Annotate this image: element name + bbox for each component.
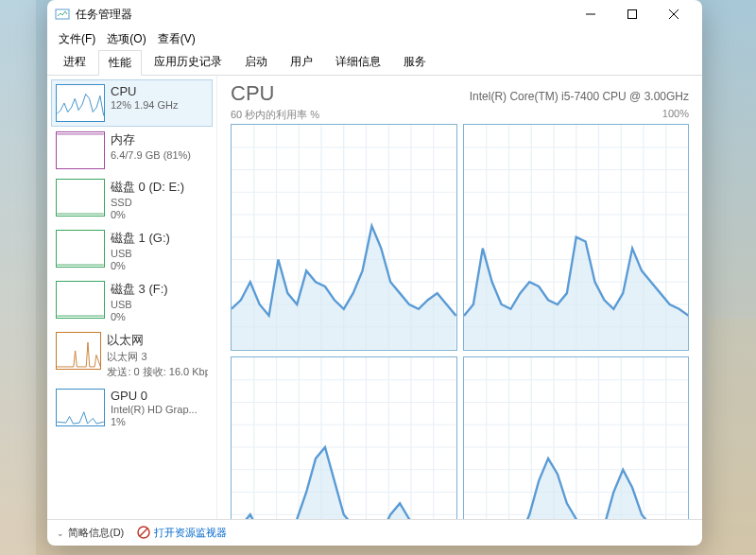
sidebar-item-CPU[interactable]: CPU12% 1.94 GHz [51,79,213,127]
tab-进程[interactable]: 进程 [53,49,96,75]
sidebar-item-line3: 0% [111,209,184,220]
app-icon [55,7,70,22]
tab-用户[interactable]: 用户 [280,49,323,75]
sidebar-thumbnail [56,389,105,426]
menu-item-1[interactable]: 选项(O) [103,29,149,49]
sidebar-item-磁盘 0 (D: E:)[interactable]: 磁盘 0 (D: E:)SSD0% [51,174,213,225]
sidebar-item-line2: USB [111,299,168,310]
cpu-model: Intel(R) Core(TM) i5-7400 CPU @ 3.00GHz [470,90,689,103]
minimize-button[interactable] [570,0,611,28]
sidebar-item-line2: USB [111,248,170,259]
tab-性能[interactable]: 性能 [98,50,142,76]
sidebar-item-磁盘 3 (F:)[interactable]: 磁盘 3 (F:)USB0% [51,276,213,327]
panel-title: CPU [231,81,274,106]
sidebar-item-line2: 12% 1.94 GHz [111,99,179,111]
cpu-core-graph-1 [463,124,690,351]
cpu-core-graphs [231,124,689,519]
maximize-button[interactable] [611,0,653,28]
sidebar-item-name: 磁盘 3 (F:) [111,281,168,298]
tab-服务[interactable]: 服务 [393,49,437,75]
graph-left-label: 60 秒内的利用率 % [231,108,319,122]
sidebar-item-以太网[interactable]: 以太网以太网 3发送: 0 接收: 16.0 Kbps [51,327,213,384]
sidebar-item-name: GPU 0 [111,389,198,403]
sidebar-thumbnail [56,131,105,169]
sidebar-item-line3: 发送: 0 接收: 16.0 Kbps [107,365,208,379]
sidebar-item-line3: 0% [111,260,170,271]
open-resource-monitor-link[interactable]: 打开资源监视器 [137,526,227,541]
titlebar[interactable]: 任务管理器 [47,0,702,28]
cpu-core-graph-2 [231,356,457,520]
performance-sidebar: CPU12% 1.94 GHz内存6.4/7.9 GB (81%)磁盘 0 (D… [47,76,217,519]
svg-line-78 [140,529,147,536]
chevron-down-icon: ⌄ [57,529,64,538]
cpu-core-graph-0 [231,124,457,351]
sidebar-thumbnail [56,84,105,122]
menubar: 文件(F)选项(O)查看(V) [47,28,702,49]
close-button[interactable] [653,0,695,28]
cpu-core-graph-3 [463,356,690,520]
sidebar-thumbnail [56,332,101,370]
sidebar-item-line2: SSD [111,197,184,208]
cpu-detail-panel: CPU Intel(R) Core(TM) i5-7400 CPU @ 3.00… [217,76,702,519]
window-title: 任务管理器 [76,7,570,23]
sidebar-item-磁盘 1 (G:)[interactable]: 磁盘 1 (G:)USB0% [51,225,213,276]
resource-monitor-icon [137,526,150,541]
sidebar-item-name: 内存 [111,131,191,148]
graph-right-label: 100% [662,108,689,122]
sidebar-item-GPU 0[interactable]: GPU 0Intel(R) HD Grap...1% [51,384,213,432]
tab-bar: 进程性能应用历史记录启动用户详细信息服务 [47,49,702,76]
sidebar-item-name: CPU [111,84,179,98]
sidebar-item-name: 磁盘 1 (G:) [111,230,170,247]
sidebar-item-name: 以太网 [107,332,208,349]
sidebar-item-line3: 1% [111,416,198,427]
sidebar-thumbnail [56,179,105,217]
tab-详细信息[interactable]: 详细信息 [325,49,391,75]
tab-应用历史记录[interactable]: 应用历史记录 [144,49,232,75]
footer-bar: ⌄ 简略信息(D) 打开资源监视器 [47,519,702,546]
tab-启动[interactable]: 启动 [234,49,278,75]
sidebar-item-name: 磁盘 0 (D: E:) [111,179,184,196]
sidebar-thumbnail [56,230,105,268]
task-manager-window: 任务管理器 文件(F)选项(O)查看(V) 进程性能应用历史记录启动用户详细信息… [47,0,702,546]
menu-item-0[interactable]: 文件(F) [55,29,99,49]
menu-item-2[interactable]: 查看(V) [154,29,199,49]
sidebar-item-line3: 0% [111,311,168,322]
sidebar-item-line2: 以太网 3 [107,350,208,364]
sidebar-item-内存[interactable]: 内存6.4/7.9 GB (81%) [51,127,213,174]
sidebar-thumbnail [56,281,105,319]
fewer-details-button[interactable]: ⌄ 简略信息(D) [57,526,124,540]
svg-rect-2 [628,10,637,19]
sidebar-item-line2: 6.4/7.9 GB (81%) [111,149,191,161]
sidebar-item-line2: Intel(R) HD Grap... [111,404,198,415]
